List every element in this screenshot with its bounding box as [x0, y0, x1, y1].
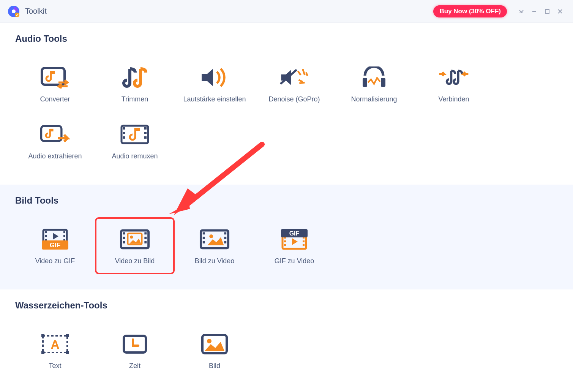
tool-label: Video zu GIF	[35, 257, 75, 265]
svg-rect-31	[123, 237, 125, 239]
tool-watermark-text[interactable]: A Text	[15, 322, 95, 379]
svg-rect-49	[284, 244, 286, 246]
tool-watermark-image[interactable]: Bild	[175, 322, 254, 379]
content-area: Audio Tools Converter	[0, 23, 573, 392]
svg-rect-43	[224, 237, 226, 239]
svg-rect-15	[123, 132, 125, 134]
close-icon[interactable]	[555, 6, 565, 17]
svg-rect-56	[41, 334, 44, 337]
tool-label: Zeit	[129, 362, 140, 370]
audio-tools-grid: Converter Trimmen	[15, 55, 558, 169]
svg-rect-22	[45, 235, 47, 237]
tool-label: Denoise (GoPro)	[268, 95, 320, 103]
tool-denoise[interactable]: Denoise (GoPro)	[254, 55, 334, 112]
svg-rect-24	[63, 231, 65, 233]
svg-rect-51	[303, 240, 305, 242]
svg-rect-14	[123, 127, 125, 130]
svg-rect-41	[203, 241, 205, 243]
tool-label: Converter	[40, 95, 70, 103]
tool-extract-audio[interactable]: Audio extrahieren	[15, 112, 95, 169]
svg-rect-34	[144, 237, 147, 239]
tool-label: Verbinden	[438, 95, 469, 103]
tool-converter[interactable]: Converter	[15, 55, 95, 112]
svg-rect-59	[66, 351, 69, 354]
svg-point-1	[12, 9, 16, 13]
svg-rect-57	[66, 334, 69, 337]
svg-rect-38	[201, 230, 228, 248]
section-image-heading: Bild Tools	[15, 195, 558, 206]
section-watermark-tools: Wasserzeichen-Tools A Text	[0, 289, 573, 392]
svg-point-63	[207, 339, 212, 343]
tool-label: Bild	[209, 362, 220, 370]
tool-volume[interactable]: Lautstärke einstellen	[175, 55, 254, 112]
tool-video-to-gif[interactable]: GIF Video zu GIF	[15, 217, 95, 274]
svg-rect-21	[45, 231, 47, 233]
image-to-video-icon	[199, 227, 230, 252]
tool-label: Normalisierung	[351, 95, 397, 103]
merge-icon	[439, 65, 469, 90]
denoise-icon	[279, 65, 309, 90]
svg-rect-48	[284, 240, 286, 242]
tool-label: Bild zu Video	[195, 257, 235, 265]
section-audio-tools: Audio Tools Converter	[0, 23, 573, 185]
watermark-tools-grid: A Text Zeit	[15, 322, 558, 379]
app-title: Toolkit	[25, 7, 47, 16]
dropdown-icon[interactable]	[516, 6, 527, 17]
watermark-time-icon	[120, 332, 150, 357]
svg-rect-44	[224, 241, 226, 243]
svg-rect-52	[303, 244, 305, 246]
svg-rect-16	[123, 136, 125, 139]
section-image-tools: Bild Tools GIF Video zu GIF	[0, 185, 573, 289]
tool-merge[interactable]: Verbinden	[414, 55, 494, 112]
svg-rect-33	[144, 232, 147, 234]
svg-rect-42	[224, 232, 226, 234]
converter-icon	[40, 65, 70, 90]
svg-rect-39	[203, 232, 205, 234]
svg-rect-61	[124, 336, 146, 352]
volume-icon	[199, 65, 230, 90]
svg-point-45	[209, 234, 213, 238]
extract-audio-icon	[40, 122, 70, 147]
tool-remux-audio[interactable]: Audio remuxen	[95, 112, 175, 169]
buy-now-button[interactable]: Buy Now (30% OFF)	[433, 5, 507, 17]
tool-label: Video zu Bild	[115, 257, 155, 265]
watermark-text-icon: A	[40, 332, 70, 357]
svg-rect-32	[123, 241, 125, 243]
section-watermark-heading: Wasserzeichen-Tools	[15, 300, 558, 311]
remux-audio-icon	[120, 122, 150, 147]
tool-label: Audio extrahieren	[28, 152, 82, 160]
svg-rect-58	[41, 351, 44, 354]
tool-label: Audio remuxen	[112, 152, 158, 160]
section-audio-heading: Audio Tools	[15, 33, 558, 44]
watermark-image-icon	[199, 332, 230, 357]
tool-label: Trimmen	[122, 95, 148, 103]
tool-image-to-video[interactable]: Bild zu Video	[175, 217, 254, 274]
svg-text:GIF: GIF	[289, 230, 300, 237]
video-to-gif-icon: GIF	[40, 227, 70, 252]
svg-text:GIF: GIF	[50, 242, 60, 249]
svg-rect-25	[63, 235, 65, 237]
svg-rect-18	[144, 132, 147, 134]
tool-normalize[interactable]: Normalisierung	[334, 55, 414, 112]
maximize-icon[interactable]	[542, 6, 552, 17]
svg-rect-10	[363, 78, 367, 87]
trim-icon	[120, 65, 150, 90]
normalize-icon	[359, 65, 389, 90]
svg-rect-40	[203, 237, 205, 239]
app-logo-icon	[8, 5, 20, 17]
gif-to-video-icon: GIF	[279, 227, 309, 252]
minimize-icon[interactable]	[529, 6, 540, 17]
tool-trim[interactable]: Trimmen	[95, 55, 175, 112]
svg-point-37	[130, 236, 133, 239]
tool-video-to-image[interactable]: Video zu Bild	[95, 217, 175, 274]
tool-gif-to-video[interactable]: GIF GIF zu Video	[254, 217, 334, 274]
svg-rect-5	[545, 9, 549, 13]
image-tools-grid: GIF Video zu GIF Video zu Bild	[15, 217, 558, 274]
svg-rect-17	[144, 127, 147, 130]
tool-label: Lautstärke einstellen	[183, 95, 246, 103]
svg-rect-19	[144, 136, 147, 139]
video-to-image-icon	[120, 227, 150, 252]
titlebar: Toolkit Buy Now (30% OFF)	[0, 0, 573, 23]
svg-rect-11	[381, 78, 385, 87]
tool-watermark-time[interactable]: Zeit	[95, 322, 175, 379]
